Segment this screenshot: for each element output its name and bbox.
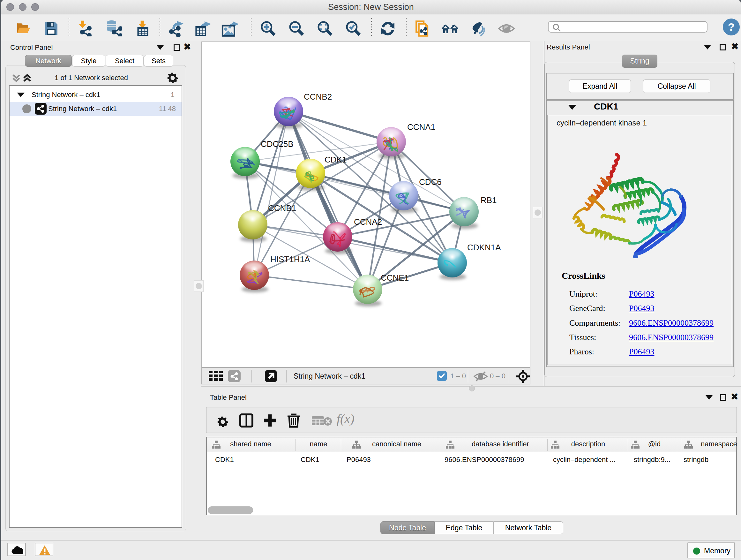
svg-text:RB1: RB1 — [481, 195, 497, 205]
svg-text:CCNE1: CCNE1 — [381, 273, 409, 283]
svg-text:CCNA1: CCNA1 — [407, 122, 435, 132]
svg-text:CDKN1A: CDKN1A — [467, 243, 501, 252]
svg-text:CCNA2: CCNA2 — [354, 217, 382, 227]
svg-text:CDC25B: CDC25B — [261, 139, 293, 149]
svg-text:CDK1: CDK1 — [325, 155, 347, 165]
svg-text:CCNB1: CCNB1 — [268, 203, 296, 213]
svg-text:CDC6: CDC6 — [419, 177, 442, 187]
svg-text:HIST1H1A: HIST1H1A — [270, 254, 310, 264]
svg-text:CCNB2: CCNB2 — [304, 92, 332, 102]
